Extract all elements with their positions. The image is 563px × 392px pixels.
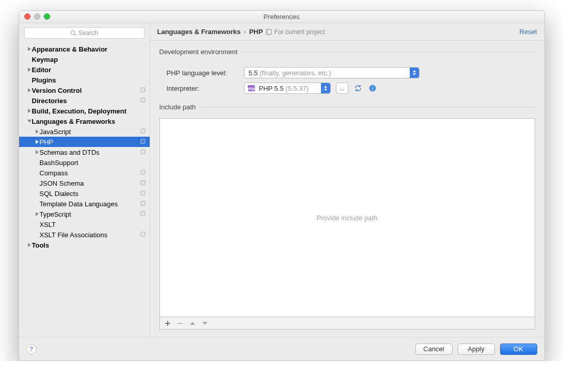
tree-item[interactable]: Version Control: [19, 85, 150, 95]
tree-item[interactable]: Appearance & Behavior: [19, 44, 150, 54]
tree-item[interactable]: XSLT: [19, 219, 150, 230]
tree-item[interactable]: Template Data Languages: [19, 199, 150, 209]
breadcrumb: Languages & Frameworks › PHP For current…: [150, 23, 544, 41]
interpreter-select[interactable]: php PHP 5.5 (5.5.37): [244, 83, 331, 94]
svg-rect-10: [141, 149, 145, 153]
zoom-icon[interactable]: [44, 13, 50, 20]
tree-item[interactable]: Schemas and DTDs: [19, 147, 150, 157]
tree-item[interactable]: Plugins: [19, 75, 150, 85]
svg-rect-7: [140, 129, 144, 133]
main-panel: Languages & Frameworks › PHP For current…: [150, 23, 544, 337]
add-button[interactable]: [164, 320, 171, 327]
help-button[interactable]: ?: [26, 344, 37, 354]
svg-rect-17: [140, 191, 144, 195]
svg-rect-18: [141, 201, 145, 204]
content: Development environment PHP language lev…: [150, 41, 544, 337]
interpreter-row: Interpreter: php PHP 5.5 (5.5.37) ... i: [167, 83, 535, 94]
footer: ? Cancel Apply OK: [19, 337, 544, 361]
tree-item[interactable]: TypeScript: [19, 209, 150, 219]
close-icon[interactable]: [24, 13, 30, 20]
cancel-button[interactable]: Cancel: [415, 344, 453, 355]
php-icon: php: [248, 85, 255, 91]
move-up-button[interactable]: [189, 320, 196, 327]
sidebar: Search Appearance & BehaviorKeymapEditor…: [19, 23, 150, 337]
svg-rect-8: [141, 139, 145, 142]
remove-button[interactable]: [176, 320, 184, 327]
tree-item[interactable]: Languages & Frameworks: [19, 116, 150, 126]
svg-rect-5: [140, 99, 144, 102]
lang-level-row: PHP language level: 5.5 (finally, genera…: [167, 67, 535, 78]
svg-rect-13: [140, 171, 144, 174]
breadcrumb-current: PHP: [249, 28, 263, 36]
project-hint: For current project: [266, 28, 325, 36]
tree-item[interactable]: Keymap: [19, 54, 150, 64]
tree-item[interactable]: BashSupport: [19, 157, 150, 168]
sidebar-tree: Appearance & BehaviorKeymapEditorPlugins…: [19, 43, 150, 337]
plus-icon: [165, 321, 170, 326]
svg-rect-14: [141, 180, 145, 184]
svg-rect-3: [140, 88, 144, 92]
dev-env-legend: Development environment: [159, 48, 241, 56]
search-icon: [70, 30, 76, 36]
include-path-legend: Include path: [159, 103, 199, 111]
svg-rect-11: [140, 150, 144, 154]
lang-level-select[interactable]: 5.5 (finally, generators, etc.): [244, 67, 420, 78]
breadcrumb-parent: Languages & Frameworks: [157, 28, 241, 36]
refresh-icon: [354, 84, 362, 92]
interpreter-label: Interpreter:: [167, 85, 239, 92]
window-title: Preferences: [263, 13, 299, 21]
tree-item[interactable]: Directories: [19, 95, 150, 106]
svg-rect-20: [141, 211, 145, 215]
interpreter-more-button[interactable]: ...: [336, 83, 348, 94]
reset-button[interactable]: Reset: [520, 28, 537, 36]
svg-rect-9: [140, 140, 144, 143]
project-icon: [266, 29, 272, 35]
preferences-window: Preferences Search Appearance & Behavior…: [19, 10, 545, 361]
svg-rect-22: [141, 232, 145, 235]
development-environment-group: Development environment PHP language lev…: [159, 48, 535, 103]
chevron-updown-icon: [321, 83, 330, 93]
svg-rect-2: [141, 87, 145, 91]
svg-rect-21: [140, 212, 144, 216]
info-icon: i: [368, 84, 377, 92]
svg-point-0: [71, 31, 75, 35]
lang-level-label: PHP language level:: [167, 69, 239, 77]
include-placeholder: Provide include path: [317, 214, 378, 222]
apply-button[interactable]: Apply: [458, 344, 495, 355]
reload-button[interactable]: [353, 84, 363, 93]
info-button[interactable]: i: [368, 84, 377, 93]
svg-rect-6: [141, 128, 145, 132]
tree-item[interactable]: SQL Dialects: [19, 188, 150, 199]
svg-rect-19: [140, 202, 144, 205]
search-placeholder: Search: [78, 29, 98, 37]
tree-item[interactable]: JavaScript: [19, 126, 150, 137]
svg-rect-16: [141, 190, 145, 194]
window-controls: [24, 13, 50, 20]
include-toolbar: [159, 317, 535, 330]
minimize-icon[interactable]: [34, 13, 40, 20]
svg-rect-12: [141, 170, 145, 173]
tree-item[interactable]: Editor: [19, 64, 150, 75]
tree-item[interactable]: XSLT File Associations: [19, 230, 150, 240]
include-path-list[interactable]: Provide include path: [159, 118, 535, 317]
search-input[interactable]: Search: [24, 27, 144, 39]
triangle-up-icon: [190, 322, 195, 325]
chevron-updown-icon: [410, 68, 419, 78]
include-path-group: Include path Provide include path: [159, 103, 535, 335]
ok-button[interactable]: OK: [500, 344, 537, 355]
triangle-down-icon: [202, 322, 207, 325]
minus-icon: [178, 321, 183, 326]
move-down-button[interactable]: [201, 320, 208, 327]
tree-item[interactable]: JSON Schema: [19, 178, 150, 188]
svg-text:i: i: [372, 86, 373, 91]
svg-rect-4: [141, 97, 145, 101]
svg-rect-23: [140, 233, 144, 236]
titlebar: Preferences: [19, 11, 544, 23]
tree-item[interactable]: Tools: [19, 240, 150, 250]
tree-item[interactable]: Compass: [19, 168, 150, 178]
tree-item[interactable]: Build, Execution, Deployment: [19, 106, 150, 116]
tree-item[interactable]: PHP: [19, 137, 150, 147]
svg-rect-15: [140, 181, 144, 185]
svg-line-1: [74, 34, 76, 36]
breadcrumb-sep: ›: [244, 28, 246, 36]
